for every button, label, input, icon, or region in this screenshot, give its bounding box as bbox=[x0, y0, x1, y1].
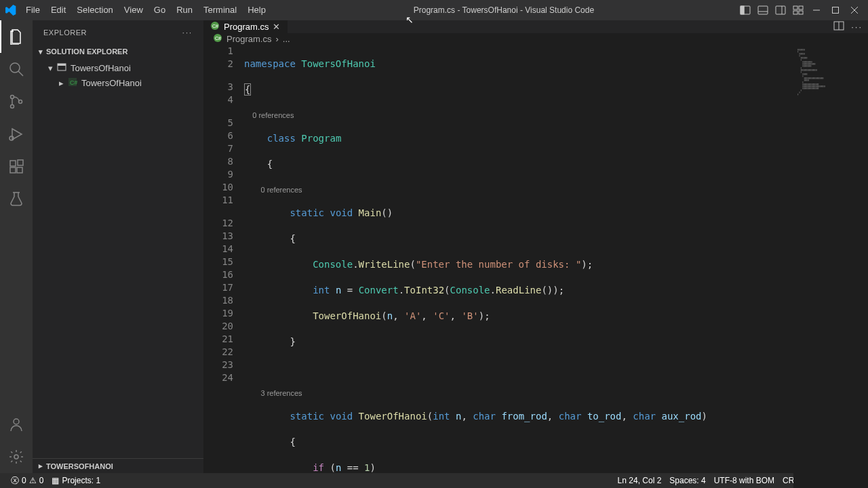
solution-icon bbox=[56, 62, 68, 74]
explorer-label: EXPLORER bbox=[43, 28, 87, 37]
breadcrumb[interactable]: C# Program.cs › ... bbox=[203, 33, 868, 45]
tree-label: TowersOfHanoi bbox=[81, 78, 142, 88]
activity-accounts-icon[interactable] bbox=[0, 408, 33, 441]
csharp-project-icon: C# bbox=[66, 77, 79, 89]
minimap[interactable]: █████████ █ ███████ █ ████████ █ ███████… bbox=[793, 45, 868, 488]
svg-point-17 bbox=[9, 136, 14, 140]
window-minimize-icon[interactable] bbox=[807, 0, 826, 20]
code-content[interactable]: namespace TowersOfHanoi { 0 references c… bbox=[244, 45, 793, 488]
layout-toggle-panel-icon[interactable] bbox=[755, 3, 770, 18]
svg-rect-11 bbox=[833, 7, 839, 14]
svg-rect-2 bbox=[741, 6, 744, 14]
layout-customize-icon[interactable] bbox=[791, 3, 806, 18]
layout-toggle-primary-side-icon[interactable] bbox=[738, 3, 753, 18]
sidebar-more-icon[interactable]: ··· bbox=[182, 28, 193, 37]
svg-rect-8 bbox=[799, 6, 803, 9]
breadcrumb-rest: ... bbox=[283, 34, 290, 44]
svg-line-13 bbox=[18, 71, 23, 76]
menu-run[interactable]: Run bbox=[171, 0, 198, 20]
tree-solution-root[interactable]: ▾ TowersOfHanoi bbox=[33, 60, 203, 75]
tab-close-icon[interactable]: ✕ bbox=[273, 22, 280, 32]
gutter: 1 2 3 4 5 6 7 8 9 10 11 12 13 14 15 16 1… bbox=[203, 45, 244, 488]
codelens-main[interactable]: 0 references bbox=[260, 186, 302, 194]
codelens-tower[interactable]: 3 references bbox=[260, 389, 302, 397]
chevron-right-icon: ▸ bbox=[35, 462, 46, 470]
workspace-folder-label: TOWERSOFHANOI bbox=[46, 462, 113, 470]
activity-testing-icon[interactable] bbox=[0, 183, 33, 216]
svg-rect-20 bbox=[17, 167, 22, 173]
chevron-right-icon: › bbox=[275, 34, 278, 44]
menu-terminal[interactable]: Terminal bbox=[198, 0, 242, 20]
svg-rect-21 bbox=[18, 160, 23, 165]
chevron-down-icon: ▾ bbox=[45, 63, 56, 73]
warning-icon: ⚠ bbox=[29, 476, 37, 485]
error-icon: ⓧ bbox=[11, 475, 19, 487]
editor[interactable]: 1 2 3 4 5 6 7 8 9 10 11 12 13 14 15 16 1… bbox=[203, 45, 868, 488]
workspace-folder-section[interactable]: ▸ TOWERSOFHANOI bbox=[33, 458, 203, 473]
menu-file[interactable]: File bbox=[20, 0, 45, 20]
breadcrumb-file: Program.cs bbox=[226, 34, 271, 44]
window-maximize-icon[interactable] bbox=[826, 0, 845, 20]
split-editor-icon[interactable] bbox=[833, 20, 844, 33]
activity-source-control-icon[interactable] bbox=[0, 85, 33, 118]
solution-explorer-label: SOLUTION EXPLORER bbox=[46, 47, 127, 56]
svg-rect-5 bbox=[776, 6, 785, 14]
tree-label: TowersOfHanoi bbox=[71, 63, 131, 73]
tab-label: Program.cs bbox=[224, 22, 269, 32]
status-projects[interactable]: ▦ Projects: 1 bbox=[47, 476, 104, 485]
activity-settings-icon[interactable] bbox=[0, 441, 33, 473]
csharp-file-icon: C# bbox=[213, 33, 222, 45]
activity-bar bbox=[0, 20, 33, 473]
activity-search-icon[interactable] bbox=[0, 53, 33, 85]
menu-edit[interactable]: Edit bbox=[45, 0, 71, 20]
menubar: File Edit Selection View Go Run Terminal… bbox=[0, 0, 868, 20]
tab-program-cs[interactable]: C# Program.cs ✕ bbox=[203, 20, 288, 33]
csharp-file-icon: C# bbox=[210, 21, 220, 33]
file-tree: ▾ TowersOfHanoi ▸ C# TowersOfHanoi bbox=[33, 59, 203, 458]
svg-rect-7 bbox=[793, 6, 797, 9]
svg-text:C#: C# bbox=[212, 24, 218, 28]
sidebar: EXPLORER ··· ▾ SOLUTION EXPLORER ▾ Tower… bbox=[33, 20, 203, 473]
activity-explorer-icon[interactable] bbox=[0, 20, 33, 53]
status-errors[interactable]: ⓧ0 ⚠0 bbox=[7, 475, 47, 487]
editor-more-icon[interactable]: ··· bbox=[851, 22, 863, 32]
activity-run-debug-icon[interactable] bbox=[0, 118, 33, 150]
svg-text:C#: C# bbox=[215, 36, 221, 41]
svg-point-12 bbox=[10, 63, 20, 73]
menu-help[interactable]: Help bbox=[242, 0, 271, 20]
window-title: Program.cs - TowersOfHanoi - Visual Stud… bbox=[271, 5, 736, 15]
chevron-down-icon: ▾ bbox=[35, 47, 46, 56]
window-close-icon[interactable] bbox=[845, 0, 864, 20]
menu-selection[interactable]: Selection bbox=[71, 0, 118, 20]
vscode-logo-icon bbox=[4, 3, 18, 17]
svg-rect-3 bbox=[758, 6, 768, 14]
chevron-right-icon: ▸ bbox=[56, 78, 66, 88]
editor-area: C# Program.cs ✕ ··· C# Program.cs › ... … bbox=[203, 20, 868, 473]
activity-extensions-icon[interactable] bbox=[0, 150, 33, 183]
svg-point-14 bbox=[11, 96, 14, 99]
svg-rect-19 bbox=[10, 167, 16, 173]
tabs-bar: C# Program.cs ✕ ··· bbox=[203, 20, 868, 33]
codelens-class[interactable]: 0 references bbox=[252, 111, 294, 119]
svg-text:C#: C# bbox=[70, 79, 77, 86]
menu-view[interactable]: View bbox=[119, 0, 149, 20]
tree-project[interactable]: ▸ C# TowersOfHanoi bbox=[33, 75, 203, 90]
svg-rect-9 bbox=[793, 11, 797, 14]
svg-rect-18 bbox=[10, 161, 16, 166]
svg-rect-10 bbox=[799, 11, 803, 14]
svg-point-22 bbox=[14, 419, 19, 424]
svg-point-23 bbox=[14, 455, 18, 459]
sidebar-title: EXPLORER ··· bbox=[33, 20, 203, 44]
layout-toggle-secondary-side-icon[interactable] bbox=[773, 3, 788, 18]
menu-go[interactable]: Go bbox=[149, 0, 171, 20]
project-icon: ▦ bbox=[52, 476, 59, 485]
solution-explorer-section[interactable]: ▾ SOLUTION EXPLORER bbox=[33, 44, 203, 59]
svg-point-15 bbox=[11, 105, 14, 108]
svg-rect-25 bbox=[58, 64, 66, 66]
